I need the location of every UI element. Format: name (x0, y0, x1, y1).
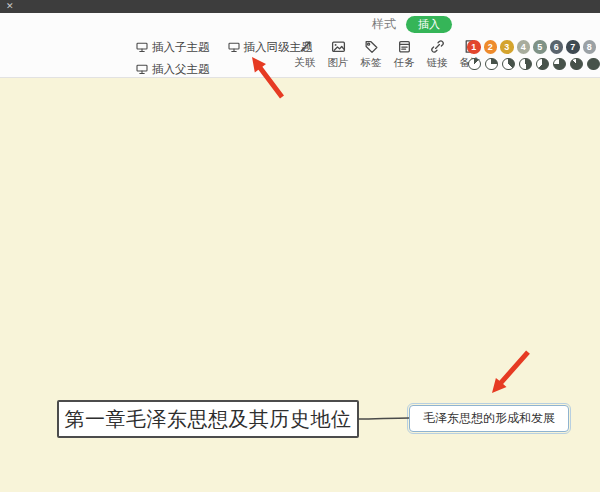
progress-marker-6[interactable] (553, 58, 566, 71)
sub-topic-node-selected[interactable]: 毛泽东思想的形成和发展 (409, 405, 569, 432)
tool-image-label: 图片 (328, 56, 349, 70)
priority-marker-4[interactable]: 4 (517, 40, 531, 54)
insert-parent-topic-button[interactable]: 插入父主题 (136, 62, 210, 77)
tool-task[interactable]: 任务 (391, 39, 417, 70)
tool-relation-label: 关联 (295, 56, 316, 70)
progress-marker-7[interactable] (570, 58, 583, 71)
insert-child-topic-button[interactable]: 插入子主题 (136, 40, 210, 55)
topic-node-icon (228, 42, 240, 53)
progress-marker-5[interactable] (536, 58, 549, 71)
tag-icon (364, 39, 379, 54)
main-topic-node[interactable]: 第一章毛泽东思想及其历史地位 (57, 400, 359, 438)
toolbar: 样式 插入 插入子主题 (0, 13, 600, 78)
ribbon-tabs: 样式 插入 (372, 16, 452, 33)
topic-node-icon (136, 64, 148, 75)
tab-insert[interactable]: 插入 (406, 16, 452, 33)
titlebar: ✕ (0, 0, 600, 13)
image-icon (331, 39, 346, 54)
tool-icons: 关联 图片 标签 (292, 39, 483, 70)
tab-style[interactable]: 样式 (372, 16, 396, 33)
relation-arrow-icon (298, 39, 313, 54)
priority-marker-5[interactable]: 5 (533, 40, 547, 54)
tool-link-label: 链接 (427, 56, 448, 70)
priority-marker-2[interactable]: 2 (484, 40, 498, 54)
tool-tag-label: 标签 (361, 56, 382, 70)
progress-marker-4[interactable] (519, 58, 532, 71)
topic-node-icon (136, 42, 148, 53)
progress-markers (468, 58, 600, 71)
mindmap-canvas[interactable]: 第一章毛泽东思想及其历史地位 毛泽东思想的形成和发展 (0, 78, 600, 492)
priority-markers: 1 2 3 4 5 6 7 8 (467, 40, 600, 54)
priority-marker-3[interactable]: 3 (500, 40, 514, 54)
priority-marker-7[interactable]: 7 (566, 40, 580, 54)
priority-marker-8[interactable]: 8 (583, 40, 597, 54)
progress-marker-2[interactable] (485, 58, 498, 71)
marker-palette: 1 2 3 4 5 6 7 8 (467, 40, 600, 70)
tool-tag[interactable]: 标签 (358, 39, 384, 70)
priority-marker-6[interactable]: 6 (550, 40, 564, 54)
progress-marker-8[interactable] (587, 58, 600, 71)
app-window: ✕ 样式 插入 插入子主题 (0, 0, 600, 492)
insert-parent-topic-label: 插入父主题 (152, 62, 210, 77)
progress-marker-1[interactable] (468, 58, 481, 71)
tool-link[interactable]: 链接 (424, 39, 450, 70)
progress-marker-3[interactable] (502, 58, 515, 71)
tool-relation[interactable]: 关联 (292, 39, 318, 70)
task-icon (397, 39, 412, 54)
tool-image[interactable]: 图片 (325, 39, 351, 70)
tool-task-label: 任务 (394, 56, 415, 70)
link-icon (430, 39, 445, 54)
priority-marker-1[interactable]: 1 (467, 40, 481, 54)
close-icon[interactable]: ✕ (6, 0, 14, 13)
insert-child-topic-label: 插入子主题 (152, 40, 210, 55)
